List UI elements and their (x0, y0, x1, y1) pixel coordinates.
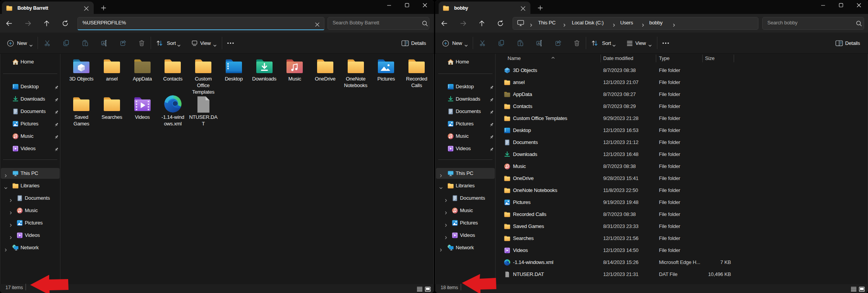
svg-text:A: A (103, 41, 105, 45)
svg-text:A: A (538, 41, 540, 45)
